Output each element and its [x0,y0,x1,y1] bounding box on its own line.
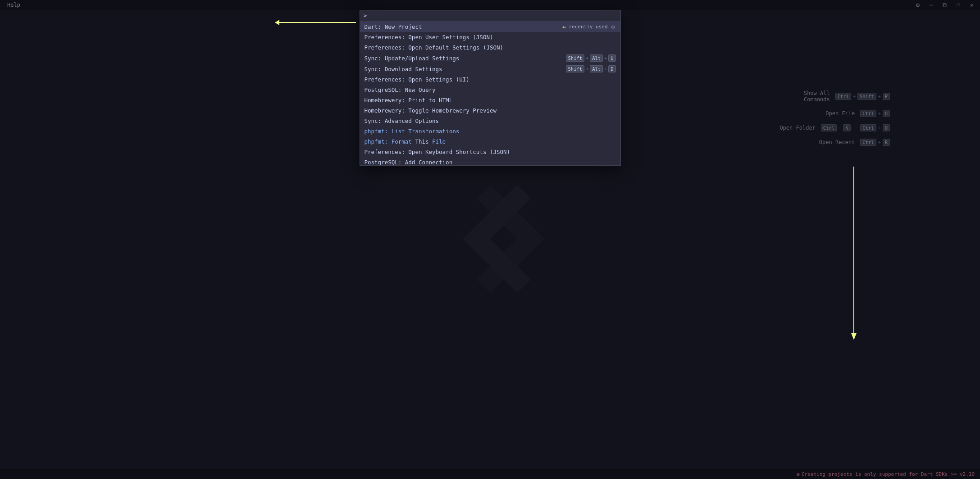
command-item-postgresql-add-connection[interactable]: PostgreSQL: Add Connection [360,157,620,165]
command-palette-prefix: > [364,12,367,19]
command-item-homebrewery-toggle[interactable]: Homebrewery: Toggle Homebrewery Preview [360,105,620,116]
command-item-dart-new-project[interactable]: Dart: New Project ← recently used ⚙ [360,21,620,32]
command-palette-overlay: > Dart: New Project ← recently used ⚙ Pr… [0,0,980,479]
command-item-keys-sync-upload: Shift + Alt + U [566,54,616,62]
command-palette: > Dart: New Project ← recently used ⚙ Pr… [360,10,621,166]
command-item-meta: ← recently used ⚙ [562,23,616,30]
command-palette-input-wrapper: > [360,10,620,21]
command-item-postgresql-new-query[interactable]: PostgreSQL: New Query [360,85,620,95]
command-item-prefs-open-settings-ui[interactable]: Preferences: Open Settings (UI) [360,74,620,85]
recently-used-badge: recently used [569,24,607,30]
recently-used-arrow: ← [562,23,566,30]
command-item-keys-sync-download: Shift + Alt + D [566,65,616,72]
command-palette-list[interactable]: Dart: New Project ← recently used ⚙ Pref… [360,21,620,165]
command-item-phpfmt-list[interactable]: phpfmt: List Transformations [360,126,620,136]
command-item-prefs-user-settings[interactable]: Preferences: Open User Settings (JSON) [360,32,620,42]
gear-icon: ⚙ [611,24,616,29]
command-item-homebrewery-print[interactable]: Homebrewery: Print to HTML [360,95,620,105]
command-item-label: Dart: New Project [365,23,562,30]
command-item-sync-advanced[interactable]: Sync: Advanced Options [360,116,620,126]
command-item-sync-upload[interactable]: Sync: Update/Upload Settings Shift + Alt… [360,53,620,63]
command-item-phpfmt-format[interactable]: phpfmt: Format This File [360,136,620,147]
command-palette-input[interactable] [369,12,616,19]
command-item-prefs-keyboard-shortcuts[interactable]: Preferences: Open Keyboard Shortcuts (JS… [360,147,620,157]
command-item-sync-download[interactable]: Sync: Download Settings Shift + Alt + D [360,63,620,74]
command-item-prefs-default-settings[interactable]: Preferences: Open Default Settings (JSON… [360,42,620,53]
